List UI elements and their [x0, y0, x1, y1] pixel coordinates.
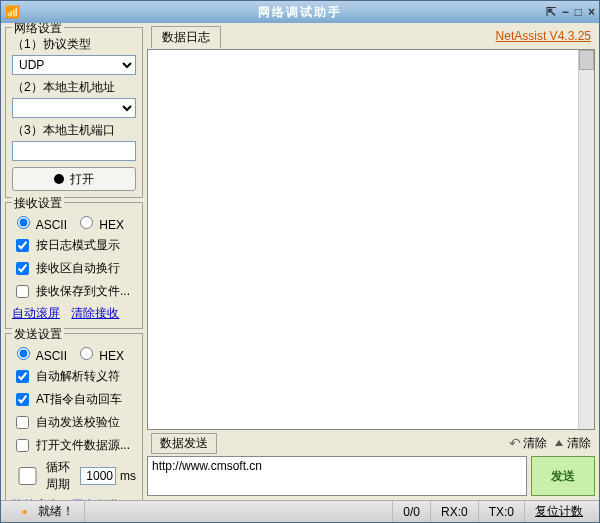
send-ascii-radio[interactable]: ASCII: [12, 344, 67, 363]
auto-checksum-check[interactable]: 自动发送校验位: [12, 413, 136, 432]
auto-escape-check[interactable]: 自动解析转义符: [12, 367, 136, 386]
titlebar: 📶 网络调试助手 ⇱ − □ ×: [1, 1, 599, 23]
auto-scroll-link[interactable]: 自动滚屏: [12, 306, 60, 320]
status-count: 0/0: [392, 501, 430, 522]
receive-settings-legend: 接收设置: [12, 195, 64, 212]
port-input[interactable]: [12, 141, 136, 161]
history-send-link[interactable]: 历史发送: [71, 498, 119, 500]
minimize-button[interactable]: −: [562, 5, 569, 19]
open-file-source-check[interactable]: 打开文件数据源...: [12, 436, 136, 455]
window-title: 网络调试助手: [1, 4, 599, 21]
status-dot-icon: [54, 174, 64, 184]
status-tx: TX:0: [478, 501, 524, 522]
at-auto-cr-check[interactable]: AT指令自动回车: [12, 390, 136, 409]
close-button[interactable]: ×: [588, 5, 595, 19]
send-settings-group: 发送设置 ASCII HEX 自动解析转义符 AT指令自动回车 自动发送校验位 …: [5, 333, 143, 500]
send-input[interactable]: http://www.cmsoft.cn: [147, 456, 527, 496]
port-label: （3）本地主机端口: [12, 122, 136, 139]
clear-send-top[interactable]: ↶清除: [509, 435, 547, 452]
brand-link[interactable]: NetAssist V4.3.25: [496, 29, 591, 43]
loop-period-unit: ms: [120, 469, 136, 483]
data-log-area: [147, 49, 595, 430]
statusbar: 🔸就绪！ 0/0 RX:0 TX:0 复位计数: [1, 500, 599, 522]
arrow-up-icon: [555, 440, 563, 446]
send-settings-legend: 发送设置: [12, 326, 64, 343]
reset-counter-button[interactable]: 复位计数: [524, 501, 593, 522]
status-ready: 就绪！: [38, 503, 74, 520]
loop-period-label: 循环周期: [46, 459, 76, 493]
send-button[interactable]: 发送: [531, 456, 595, 496]
host-label: （2）本地主机地址: [12, 79, 136, 96]
status-rx: RX:0: [430, 501, 478, 522]
log-scrollbar[interactable]: [578, 50, 594, 429]
loop-period-check[interactable]: [16, 467, 39, 485]
send-hex-radio[interactable]: HEX: [75, 344, 124, 363]
ready-icon: 🔸: [17, 505, 32, 519]
data-send-tab[interactable]: 数据发送: [151, 433, 217, 454]
scrollbar-thumb[interactable]: [579, 50, 594, 70]
recv-save-file-check[interactable]: 接收保存到文件...: [12, 282, 136, 301]
data-log-tab[interactable]: 数据日志: [151, 26, 221, 48]
recv-log-mode-check[interactable]: 按日志模式显示: [12, 236, 136, 255]
quick-define-link[interactable]: 快捷定义: [12, 498, 60, 500]
protocol-select[interactable]: UDP: [12, 55, 136, 75]
open-button[interactable]: 打开: [12, 167, 136, 191]
clear-send-bottom[interactable]: 清除: [555, 435, 591, 452]
recv-auto-wrap-check[interactable]: 接收区自动换行: [12, 259, 136, 278]
protocol-label: （1）协议类型: [12, 36, 136, 53]
open-button-label: 打开: [70, 171, 94, 188]
network-settings-legend: 网络设置: [12, 23, 64, 37]
network-settings-group: 网络设置 （1）协议类型 UDP （2）本地主机地址 （3）本地主机端口 打开: [5, 27, 143, 198]
recv-ascii-radio[interactable]: ASCII: [12, 213, 67, 232]
recv-hex-radio[interactable]: HEX: [75, 213, 124, 232]
loop-period-input[interactable]: [80, 467, 116, 485]
pin-button[interactable]: ⇱: [546, 5, 556, 19]
receive-settings-group: 接收设置 ASCII HEX 按日志模式显示 接收区自动换行 接收保存到文件..…: [5, 202, 143, 329]
restore-button[interactable]: □: [575, 5, 582, 19]
app-icon: 📶: [5, 5, 19, 19]
host-select[interactable]: [12, 98, 136, 118]
clear-receive-link[interactable]: 清除接收: [71, 306, 119, 320]
